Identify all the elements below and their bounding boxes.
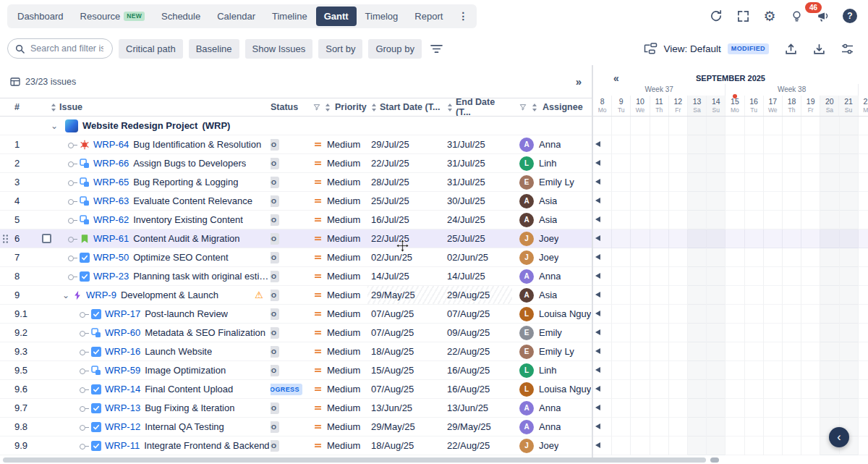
issue-title[interactable]: Internal QA Testing (145, 421, 224, 432)
end-date-cell[interactable]: 31/Jul/25 (443, 154, 512, 172)
sort-icon[interactable] (371, 104, 377, 111)
start-date-cell[interactable]: 18/Aug/25 (367, 342, 443, 360)
issue-row-wrp-17[interactable]: 9.1WRP-17Post-launch ReviewTO DOMedium07… (0, 305, 592, 324)
issue-key[interactable]: WRP-23 (93, 271, 129, 282)
offscreen-bar-arrow[interactable] (595, 405, 600, 410)
issue-row-wrp-60[interactable]: 9.2WRP-60Metadata & SEO FinalizationTO D… (0, 324, 592, 342)
issue-title[interactable]: Planning task with original estimate (133, 271, 271, 282)
tabs-more-icon[interactable]: ⋮ (451, 7, 475, 25)
column-header-start-date[interactable]: Start Date (T... (367, 98, 443, 116)
fullscreen-icon[interactable] (735, 8, 751, 24)
end-date-cell[interactable]: 24/Jul/25 (443, 211, 512, 229)
tab-dashboard[interactable]: Dashboard (9, 7, 72, 26)
sort-icon[interactable] (447, 104, 453, 111)
view-hierarchy-icon[interactable] (644, 43, 658, 54)
assignee-cell[interactable]: EEmily Ly (512, 173, 592, 191)
issue-row-wrp-64[interactable]: 1WRP-64Bug Identification & ResolutionTO… (0, 135, 592, 154)
issue-row-wrp-62[interactable]: 5WRP-62Inventory Existing ContentTO DOMe… (0, 211, 592, 229)
import-icon[interactable] (783, 41, 799, 56)
end-date-cell[interactable]: 09/Aug/25 (443, 324, 512, 342)
issue-row-wrp-16[interactable]: 9.3WRP-16Launch WebsiteTO DOMedium18/Aug… (0, 342, 592, 361)
expand-chevron-icon[interactable]: ⌄ (62, 291, 71, 300)
tab-schedule[interactable]: Schedule (153, 7, 208, 26)
issue-key[interactable]: WRP-11 (105, 440, 140, 451)
start-date-cell[interactable]: 07/Aug/25 (367, 305, 443, 323)
column-header-number[interactable]: # (0, 98, 41, 116)
timeline-body[interactable] (593, 117, 868, 455)
assignee-cell[interactable]: AAsia (512, 286, 592, 304)
start-date-cell[interactable]: 29/May/25 (367, 286, 443, 304)
search-input[interactable] (29, 43, 105, 54)
assignee-cell[interactable]: LLouisa Nguy (512, 380, 592, 398)
issue-row-wrp-11[interactable]: 9.9WRP-11Integrate Frontend & BackendTO … (0, 436, 592, 455)
end-date-cell[interactable]: 02/Jun/25 (443, 248, 512, 266)
issue-row-wrp-59[interactable]: 9.5WRP-59Image OptimizationTO DOMedium15… (0, 361, 592, 380)
assignee-cell[interactable]: AAnna (512, 399, 592, 417)
gear-icon[interactable]: ⚙ (762, 8, 778, 24)
horizontal-scrollbar[interactable] (3, 457, 706, 463)
issue-key[interactable]: WRP-59 (105, 365, 140, 376)
offscreen-bar-arrow[interactable] (595, 216, 600, 222)
issue-row-wrp-63[interactable]: 4WRP-63Evaluate Content RelevanceTO DOMe… (0, 192, 592, 211)
collapse-chevron-icon[interactable]: ⌄ (51, 122, 59, 130)
start-date-cell[interactable]: 29/May/25 (367, 418, 443, 436)
issue-key[interactable]: WRP-16 (105, 346, 140, 357)
lightbulb-icon[interactable] (788, 8, 804, 24)
issue-title[interactable]: Inventory Existing Content (133, 214, 243, 225)
start-date-cell[interactable]: 22/Jul/25 (367, 229, 443, 248)
assignee-cell[interactable]: AAnna (512, 418, 592, 436)
end-date-cell[interactable]: 16/Aug/25 (443, 361, 512, 379)
toolbar-button-sort-by[interactable]: Sort by (318, 39, 362, 59)
filter-list-button[interactable] (427, 41, 446, 56)
offscreen-bar-arrow[interactable] (595, 386, 600, 392)
issue-title[interactable]: Metadata & SEO Finalization (145, 327, 265, 338)
issue-title[interactable]: Assign Bugs to Developers (133, 158, 246, 169)
assignee-cell[interactable]: AAsia (512, 211, 592, 229)
tab-calendar[interactable]: Calendar (209, 7, 263, 26)
end-date-cell[interactable]: 31/Jul/25 (443, 173, 512, 191)
end-date-cell[interactable]: 22/Aug/25 (443, 342, 512, 360)
issue-key[interactable]: WRP-61 (93, 233, 129, 244)
announcements-icon[interactable]: 46 (815, 8, 831, 24)
start-date-cell[interactable]: 14/Jul/25 (367, 267, 443, 285)
issue-title[interactable]: Launch Website (145, 346, 212, 357)
assignee-cell[interactable]: LLinh (512, 361, 592, 379)
start-date-cell[interactable]: 07/Aug/25 (367, 380, 443, 398)
offscreen-bar-arrow[interactable] (595, 329, 600, 335)
end-date-cell[interactable]: 07/Aug/25 (443, 305, 512, 323)
scroll-to-tasks-button[interactable]: ‹ (829, 427, 849, 447)
issue-row-wrp-61[interactable]: 6WRP-61Content Audit & MigrationTO DOMed… (0, 229, 592, 248)
offscreen-bar-arrow[interactable] (595, 292, 600, 298)
assignee-cell[interactable]: AAnna (512, 267, 592, 285)
issue-row-wrp-9[interactable]: 9⌄WRP-9Development & Launch⚠TO DOMedium2… (0, 286, 592, 305)
sort-icon[interactable] (51, 104, 56, 111)
column-header-end-date[interactable]: End Date (T... (443, 98, 512, 116)
issue-row-wrp-12[interactable]: 9.8WRP-12Internal QA TestingTO DOMedium2… (0, 418, 592, 436)
issue-title[interactable]: Bug Identification & Resolution (133, 139, 261, 150)
start-date-cell[interactable]: 18/Aug/25 (367, 436, 443, 455)
column-header-priority[interactable]: Priority (310, 98, 367, 116)
issue-key[interactable]: WRP-12 (105, 421, 140, 432)
issue-title[interactable]: Development & Launch (121, 290, 218, 300)
end-date-cell[interactable]: 31/Jul/25 (443, 135, 512, 153)
end-date-cell[interactable]: 22/Aug/25 (443, 436, 512, 455)
issue-title[interactable]: Post-launch Review (145, 308, 228, 319)
end-date-cell[interactable]: 29/Aug/25 (443, 286, 512, 304)
issue-row-wrp-65[interactable]: 3WRP-65Bug Reporting & LoggingTO DOMediu… (0, 173, 592, 192)
assignee-cell[interactable]: JJoey (512, 436, 592, 455)
assignee-cell[interactable]: AAnna (512, 135, 592, 153)
issue-row-wrp-23[interactable]: 8WRP-23Planning task with original estim… (0, 267, 592, 286)
column-header-issue[interactable]: Issue (41, 98, 271, 116)
assignee-cell[interactable]: AAsia (512, 192, 592, 210)
issue-row-wrp-13[interactable]: 9.7WRP-13Bug Fixing & IterationTO DOMedi… (0, 399, 592, 418)
offscreen-bar-arrow[interactable] (595, 141, 600, 147)
offscreen-bar-arrow[interactable] (595, 423, 600, 429)
filter-icon[interactable] (519, 104, 527, 111)
issue-title[interactable]: Final Content Upload (145, 384, 233, 395)
column-header-assignee[interactable]: Assignee (512, 98, 592, 116)
issue-row-wrp-66[interactable]: 2WRP-66Assign Bugs to DevelopersTO DOMed… (0, 154, 592, 173)
sort-icon[interactable] (532, 104, 537, 111)
start-date-cell[interactable]: 07/Aug/25 (367, 324, 443, 342)
offscreen-bar-arrow[interactable] (595, 198, 600, 203)
tab-gantt[interactable]: Gantt (316, 7, 357, 26)
